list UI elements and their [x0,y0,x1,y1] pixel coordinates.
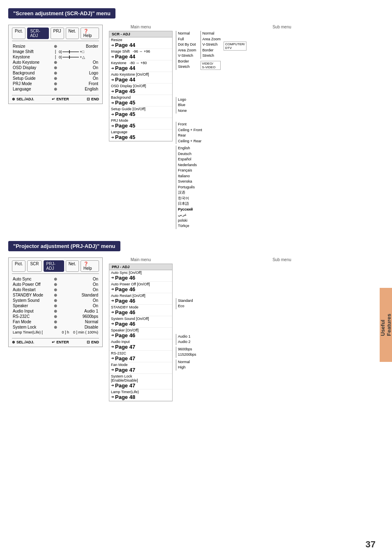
prj-main-box-header: PRJ - ADJ [109,264,172,270]
scr-diagram-cols: Main menu SCR - ADJ Resize ➜ Page 44 [109,25,388,231]
prj-menu-tabs: Pict. SCR PRJ-ADJ Net. ❓ Help [12,260,99,274]
scr-main-osd: OSD Display [On/Off] ➜ Page 45 [109,83,172,95]
sub-high: High [178,365,388,371]
menu-row-image-shift: Image Shift | 0|+□ [12,49,99,54]
sub-video-label: VIDEO/S-VIDEO [201,61,221,70]
sub-eco: Eco [178,303,388,309]
sub-logo: Logo [178,97,388,103]
scr-menu-tabs: Pict. SCR-ADJ PRJ Net. ❓ Help [12,28,99,41]
menu-row-setup-guide: Setup Guide ⊕ On [12,76,99,81]
prj-diagram-cols: Main menu PRJ - ADJ Auto Sync [On/Off] ➜… [109,257,388,401]
prj-adj-diagram-right: Main menu PRJ - ADJ Auto Sync [On/Off] ➜… [109,257,388,401]
sub-v-stretch-2: V-Stretch [203,42,221,48]
scr-menu-box: Pict. SCR-ADJ PRJ Net. ❓ Help Resize ⊕ B… [8,25,103,104]
prj-adj-section: "Projector adjustment (PRJ-ADJ)" menu Pi… [8,241,388,401]
sub-ceiling-front: Ceiling + Front [178,127,388,133]
prj-sub-system-sound-spacer [176,311,388,322]
scr-main-resize: Resize ➜ Page 44 [109,37,172,49]
sub-italiano: Italiano [178,174,388,179]
sub-deutsch: Deutsch [178,151,388,157]
prj-tab-scr[interactable]: SCR [27,260,42,272]
prj-row-standby-mode: STANDBY Mode ⊕ Standard [12,292,99,298]
prj-main-label: Main menu [109,257,173,262]
prj-enter-btn[interactable]: ↵ ENTER [52,340,69,344]
prj-end-label: END [91,340,99,344]
tab-pict[interactable]: Pict. [12,28,25,39]
sub-stretch: Stretch [178,64,196,70]
sub-polski: polski [178,218,388,224]
prj-row-lamp-timer: Lamp Timer(Life) [ 0 ] h 0 ] min ( 100%) [12,330,99,335]
end-icon: ⊡ [87,97,90,101]
scr-main-sub-combined: Main menu SCR - ADJ Resize ➜ Page 44 [109,25,388,231]
prj-main-speaker: Speaker [On/Off] ➜ Page 46 [109,328,172,339]
sel-adj-icon: ⊕ [12,97,15,101]
scr-main-box-header: SCR - ADJ [109,31,172,37]
sub-v-stretch: V-Stretch [178,53,196,59]
sub-japanese: 日本語 [178,201,388,207]
sub-espanol: Español [178,157,388,162]
scr-main-language: Language ➜ Page 45 [109,130,172,141]
sub-francais: Français [178,168,388,174]
end-btn[interactable]: ⊡ END [87,97,99,101]
prj-main-auto-power-off: Auto Power Off [On/Off] ➜ Page 46 [109,282,172,293]
sub-rear: Rear [178,133,388,139]
prj-adj-title: "Projector adjustment (PRJ-ADJ)" menu [8,241,120,251]
tab-scr-adj[interactable]: SCR-ADJ [27,28,48,39]
prj-end-btn[interactable]: ⊡ END [87,340,99,344]
prj-end-icon: ⊡ [87,340,90,344]
prj-sub-auto-restart-spacer [176,287,388,298]
tab-net[interactable]: Net. [66,28,79,39]
tab-prj[interactable]: PRJ [51,28,64,39]
sub-korean: 한국어 [178,196,388,202]
menu-row-background: Background ⊕ Logo [12,70,99,76]
side-tab-text: UsefulFeatures [380,314,392,336]
menu-row-osd-display: OSD Display ⊕ On [12,65,99,70]
scr-sub-background: Logo Blue None [176,97,388,114]
scr-main-col: Main menu SCR - ADJ Resize ➜ Page 44 [109,25,173,231]
scr-sub-prj-mode: Front Ceiling + Front Rear Ceiling + Rea… [176,122,388,144]
prj-main-standby-mode: STANDBY Mode ➜ Page 46 [109,305,172,316]
scr-main-auto-keystone: Auto Keystone [On/Off] ➜ Page 44 [109,72,172,83]
sel-adj-btn[interactable]: ⊕ SEL./ADJ. [12,97,34,101]
scr-main-background: Background ➜ Page 45 [109,95,172,107]
prj-adj-diagram-area: Pict. SCR PRJ-ADJ Net. ❓ Help Auto Sync … [8,257,388,401]
prj-menu-box: Pict. SCR PRJ-ADJ Net. ❓ Help Auto Sync … [8,257,103,347]
prj-sub-fan-mode: Normal High [176,359,388,371]
prj-tab-pict[interactable]: Pict. [12,260,25,272]
prj-sub-col: Sub menu Standard Eco [176,257,388,401]
prj-main-lamp-timer: Lamp Timer(Life) ➜ Page 48 [109,389,172,401]
prj-sub-standby: Standard Eco [176,298,388,309]
sub-stretch-2: Stretch [203,53,221,59]
enter-label: ENTER [56,97,69,101]
scr-diagram-with-labels: Main menu SCR - ADJ Resize ➜ Page 44 [109,25,388,231]
menu-row-keystone: Keystone | 0|+△ [12,54,99,60]
scr-sub-image-shift-spacer [176,71,388,77]
prj-row-audio-input: Audio Input ⊕ Audio 1 [12,308,99,314]
scr-sub-auto-keystone-spacer [176,84,388,90]
prj-sel-adj-btn[interactable]: ⊕ SEL./ADJ. [12,340,34,344]
page-number: 37 [366,539,376,550]
sub-area-zoom-2: Area Zoom [203,37,221,42]
scr-adj-title: "Screen adjustment (SCR-ADJ)" menu [8,8,115,19]
prj-sub-speaker-spacer [176,322,388,334]
prj-tab-help[interactable]: ❓ Help [81,260,99,272]
prj-tab-prj-adj[interactable]: PRJ-ADJ [44,260,64,272]
scr-main-label: Main menu [109,25,173,29]
prj-main-system-sound: System Sound [On/Off] ➜ Page 46 [109,316,172,328]
prj-tab-net[interactable]: Net. [66,260,79,272]
prj-main-audio-input: Audio Input ➜ Page 47 [109,339,172,351]
page-container: "Screen adjustment (SCR-ADJ)" menu Pict.… [0,0,392,556]
sub-normal: Normal [178,31,196,37]
tab-help[interactable]: ❓ Help [81,28,99,39]
scr-sub-setup-spacer [176,115,388,122]
enter-btn[interactable]: ↵ ENTER [52,97,69,101]
sub-blue: Blue [178,102,388,108]
scr-main-image-shift: Image Shift -96 ↔ +96 ➜ Page 44 [109,49,172,60]
scr-menu-footer: ⊕ SEL./ADJ. ↵ ENTER ⊡ END [12,95,99,101]
prj-main-auto-sync: Auto Sync [On/Off] ➜ Page 46 [109,270,172,282]
scr-adj-section: "Screen adjustment (SCR-ADJ)" menu Pict.… [8,8,388,231]
scr-main-keystone: Keystone -80 ↔ +80 ➜ Page 44 [109,60,172,72]
sub-none: None [178,108,388,114]
sub-english: English [178,146,388,151]
end-label: END [91,97,99,101]
